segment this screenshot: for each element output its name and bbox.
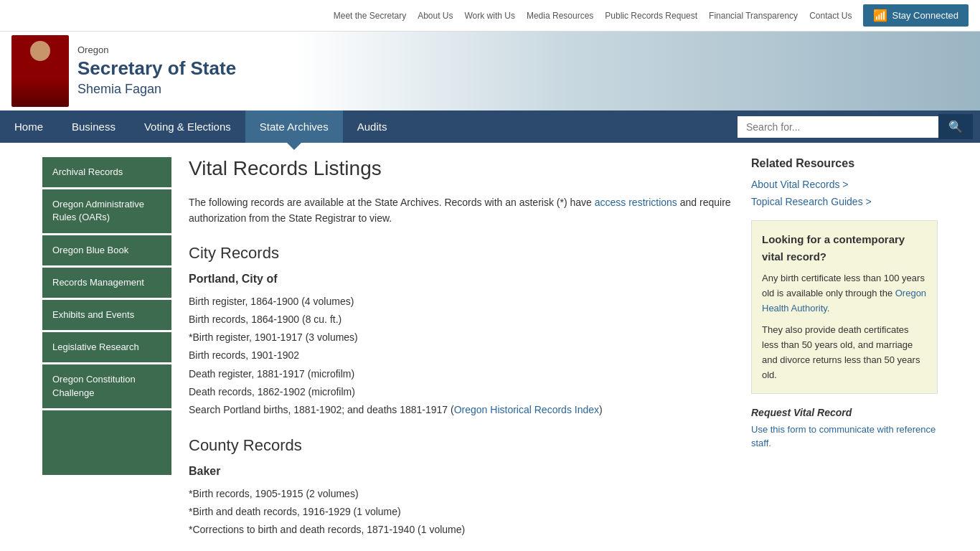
sidebar-item-blue-book[interactable]: Oregon Blue Book [42,235,171,265]
about-vital-records-link[interactable]: About Vital Records > [751,179,938,190]
contact-us-link[interactable]: Contact Us [809,11,852,21]
list-item: *Corrections to birth and death records,… [189,521,734,539]
nav-archives[interactable]: State Archives [245,110,343,143]
intro-paragraph: The following records are available at t… [189,194,734,227]
public-records-link[interactable]: Public Records Request [605,11,697,21]
nav-business[interactable]: Business [57,110,130,143]
sidebar-item-oars[interactable]: Oregon Administrative Rules (OARs) [42,189,171,232]
financial-transparency-link[interactable]: Financial Transparency [709,11,798,21]
sidebar-spacer [42,410,171,475]
portland-heading: Portland, City of [189,273,734,286]
page-content: Archival Records Oregon Administrative R… [31,143,949,551]
top-bar: Meet the Secretary About Us Work with Us… [0,0,980,32]
secretary-photo [11,35,69,107]
list-item: *Birth register, 1901-1917 (3 volumes) [189,329,734,347]
page-title: Vital Records Listings [189,157,734,180]
avatar-head [30,41,50,61]
portland-records-list: Birth register, 1864-1900 (4 volumes) Bi… [189,293,734,419]
list-item: Search Portland births, 1881-1902; and d… [189,401,734,419]
baker-heading: Baker [189,465,734,478]
topical-guides-link[interactable]: Topical Research Guides > [751,196,938,207]
main-content: Vital Records Listings The following rec… [189,157,734,551]
office-title: Secretary of State [77,57,236,81]
list-item: *Birth and death records, 1916-1929 (1 v… [189,503,734,521]
work-with-us-link[interactable]: Work with Us [465,11,515,21]
info-box-title: Looking for a contemporary vital record? [762,231,927,265]
request-heading: Request Vital Record [751,407,938,418]
sidebar-item-exhibits-events[interactable]: Exhibits and Events [42,300,171,330]
oregon-historical-index-link[interactable]: Oregon Historical Records Index [454,404,599,415]
nav-home[interactable]: Home [0,110,57,143]
sidebar-item-archival-records[interactable]: Archival Records [42,157,171,187]
baker-records-list: *Birth records, 1905-1915 (2 volumes) *B… [189,485,734,540]
header-background [294,32,980,110]
meet-secretary-link[interactable]: Meet the Secretary [334,11,406,21]
search-input[interactable] [738,116,938,138]
info-box-p2: They also provide death certificates les… [762,323,927,382]
header-text: Oregon Secretary of State Shemia Fagan [77,44,236,98]
list-item: Death register, 1881-1917 (microfilm) [189,365,734,383]
list-item: Birth records, 1901-1902 [189,347,734,364]
county-records-heading: County Records [189,436,734,455]
sidebar-item-records-management[interactable]: Records Management [42,268,171,298]
right-sidebar: Related Resources About Vital Records > … [751,157,938,551]
stay-connected-button[interactable]: 📶 Stay Connected [863,4,969,27]
about-us-link[interactable]: About Us [418,11,453,21]
nav-search-area: 🔍 [730,114,980,139]
related-resources-heading: Related Resources [751,157,938,170]
list-item: Birth records, 1864-1900 (8 cu. ft.) [189,311,734,329]
wifi-icon: 📶 [873,9,887,22]
site-header: Oregon Secretary of State Shemia Fagan [0,32,980,110]
main-nav: Home Business Voting & Elections State A… [0,110,980,143]
header-logo: Oregon Secretary of State Shemia Fagan [0,32,248,110]
request-form-link[interactable]: Use this form to communicate with refere… [751,423,938,451]
list-item: Birth register, 1864-1900 (4 volumes) [189,293,734,311]
sidebar: Archival Records Oregon Administrative R… [42,157,171,551]
search-button[interactable]: 🔍 [938,114,973,139]
search-icon: 🔍 [948,121,963,133]
sidebar-item-legislative-research[interactable]: Legislative Research [42,332,171,362]
nav-audits[interactable]: Audits [343,110,402,143]
contemporary-vital-record-box: Looking for a contemporary vital record?… [751,220,938,394]
list-item: *Birth records, 1905-1915 (2 volumes) [189,485,734,503]
secretary-name: Shemia Fagan [77,81,236,98]
access-restrictions-link[interactable]: access restrictions [595,197,677,208]
state-label: Oregon [77,44,236,57]
city-records-heading: City Records [189,244,734,263]
related-resources-section: Related Resources About Vital Records > … [751,157,938,207]
info-box-p1: Any birth certificate less than 100 year… [762,271,927,316]
nav-voting[interactable]: Voting & Elections [130,110,245,143]
list-item: Death records, 1862-1902 (microfilm) [189,383,734,401]
sidebar-item-constitution-challenge[interactable]: Oregon Constitution Challenge [42,364,171,408]
media-resources-link[interactable]: Media Resources [527,11,593,21]
request-vital-record-section: Request Vital Record Use this form to co… [751,407,938,451]
